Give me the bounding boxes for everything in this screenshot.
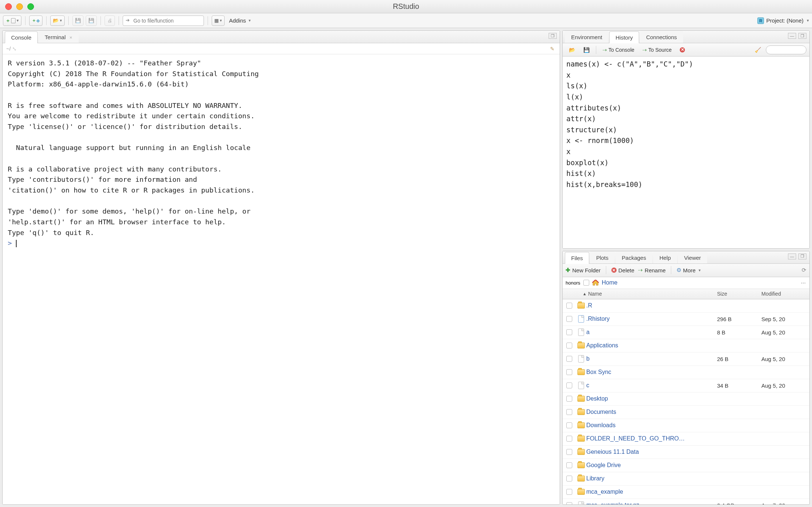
delete-button[interactable]: ✕ Delete bbox=[611, 267, 634, 273]
print-button[interactable]: 🖨 bbox=[105, 16, 115, 26]
file-checkbox[interactable] bbox=[566, 303, 572, 309]
history-search-input[interactable] bbox=[766, 45, 806, 54]
file-name[interactable]: .Rhistory bbox=[586, 316, 717, 322]
remove-entry-button[interactable]: ✕ bbox=[676, 45, 688, 55]
open-file-button[interactable]: 📂 ▾ bbox=[50, 16, 65, 26]
file-name[interactable]: Desktop bbox=[586, 395, 717, 402]
file-checkbox[interactable] bbox=[566, 422, 572, 428]
new-folder-button[interactable]: ✚ New Folder bbox=[566, 267, 601, 273]
header-size[interactable]: Size bbox=[717, 291, 761, 297]
goto-file-input[interactable] bbox=[123, 16, 204, 26]
select-all-checkbox[interactable] bbox=[583, 280, 589, 286]
file-row[interactable]: Downloads bbox=[563, 419, 809, 432]
file-checkbox[interactable] bbox=[566, 476, 572, 482]
file-name[interactable]: mca_example.tar.gz bbox=[586, 502, 717, 504]
history-entry[interactable]: l(x) bbox=[566, 92, 806, 103]
history-entry[interactable]: ls(x) bbox=[566, 81, 806, 92]
file-checkbox[interactable] bbox=[566, 329, 572, 335]
save-history-button[interactable]: 💾 bbox=[580, 45, 593, 55]
tab-environment[interactable]: Environment bbox=[565, 31, 608, 43]
file-checkbox[interactable] bbox=[566, 382, 572, 388]
history-entry[interactable]: attributes(x) bbox=[566, 103, 806, 114]
history-entry[interactable]: x <- rnorm(1000) bbox=[566, 135, 806, 146]
file-name[interactable]: Box Sync bbox=[586, 369, 717, 375]
project-menu[interactable]: R Project: (None) ▾ bbox=[757, 17, 809, 24]
history-entry[interactable]: attr(x) bbox=[566, 113, 806, 125]
minimize-pane-button[interactable]: — bbox=[788, 33, 796, 39]
file-list[interactable]: .R.Rhistory296 BSep 5, 20a8 BAug 5, 20Ap… bbox=[563, 299, 809, 504]
sort-asc-icon[interactable]: ▲ bbox=[583, 292, 587, 296]
file-checkbox[interactable] bbox=[566, 343, 572, 348]
header-modified[interactable]: Modified bbox=[761, 291, 809, 297]
history-entry[interactable]: hist(x) bbox=[566, 168, 806, 179]
minimize-window-button[interactable] bbox=[16, 3, 23, 10]
history-entry[interactable]: structure(x) bbox=[566, 125, 806, 136]
file-row[interactable]: Desktop bbox=[563, 392, 809, 406]
file-name[interactable]: Geneious 11.1 Data bbox=[586, 449, 717, 455]
to-source-button[interactable]: ⇢ To Source bbox=[639, 45, 675, 55]
close-window-button[interactable] bbox=[5, 3, 12, 10]
file-row[interactable]: mca_example.tar.gz2.4 GBAug 7, 20 bbox=[563, 499, 809, 504]
file-row[interactable]: c34 BAug 5, 20 bbox=[563, 379, 809, 392]
grid-button[interactable]: ▦ ▾ bbox=[212, 16, 225, 26]
file-checkbox[interactable] bbox=[566, 409, 572, 415]
expand-icon[interactable]: ⤡ bbox=[12, 46, 17, 52]
header-name[interactable]: Name bbox=[588, 291, 602, 297]
file-name[interactable]: .R bbox=[586, 302, 717, 309]
file-row[interactable]: b26 BAug 5, 20 bbox=[563, 353, 809, 366]
maximize-pane-button[interactable]: ❐ bbox=[549, 33, 557, 39]
breadcrumb-more-button[interactable]: ⋯ bbox=[801, 280, 806, 286]
tab-terminal[interactable]: Terminal × bbox=[38, 31, 78, 43]
file-name[interactable]: a bbox=[586, 329, 717, 336]
file-row[interactable]: Applications bbox=[563, 339, 809, 353]
file-row[interactable]: Library bbox=[563, 472, 809, 486]
file-checkbox[interactable] bbox=[566, 369, 572, 375]
file-name[interactable]: Documents bbox=[586, 409, 717, 415]
breadcrumb-home[interactable]: Home bbox=[602, 279, 618, 286]
tab-packages[interactable]: Packages bbox=[615, 252, 652, 263]
tab-help[interactable]: Help bbox=[653, 252, 677, 263]
new-project-button[interactable]: ＋ ◆ bbox=[29, 16, 42, 26]
file-row[interactable]: Documents bbox=[563, 406, 809, 419]
file-checkbox[interactable] bbox=[566, 316, 572, 322]
file-checkbox[interactable] bbox=[566, 449, 572, 455]
history-entry[interactable]: boxplot(x) bbox=[566, 157, 806, 169]
load-history-button[interactable]: 📂 bbox=[566, 45, 579, 55]
file-row[interactable]: Box Sync bbox=[563, 366, 809, 379]
tab-viewer[interactable]: Viewer bbox=[678, 252, 707, 263]
file-row[interactable]: .R bbox=[563, 299, 809, 313]
history-entry[interactable]: x bbox=[566, 70, 806, 81]
file-name[interactable]: b bbox=[586, 355, 717, 362]
addins-menu[interactable]: Addins ▾ bbox=[229, 17, 251, 24]
minimize-pane-button[interactable]: — bbox=[788, 254, 796, 259]
tab-history[interactable]: History bbox=[609, 31, 639, 43]
maximize-pane-button[interactable]: ❐ bbox=[798, 33, 806, 39]
tab-files[interactable]: Files bbox=[565, 252, 589, 264]
file-name[interactable]: Library bbox=[586, 475, 717, 482]
file-row[interactable]: mca_example bbox=[563, 486, 809, 499]
tab-plots[interactable]: Plots bbox=[590, 252, 615, 263]
zoom-window-button[interactable] bbox=[27, 3, 34, 10]
console-output[interactable]: R version 3.5.1 (2018-07-02) -- "Feather… bbox=[3, 54, 560, 504]
save-button[interactable]: 💾 bbox=[72, 16, 83, 26]
refresh-button[interactable]: ⟳ bbox=[802, 267, 806, 273]
file-checkbox[interactable] bbox=[566, 356, 572, 362]
file-checkbox[interactable] bbox=[566, 396, 572, 402]
tab-console[interactable]: Console bbox=[5, 31, 38, 43]
new-file-button[interactable]: ＋ ▾ bbox=[3, 16, 21, 26]
more-menu[interactable]: ⚙ More ▾ bbox=[676, 267, 701, 273]
file-checkbox[interactable] bbox=[566, 489, 572, 495]
file-name[interactable]: FOLDER_I_NEED_TO_GO_THRO… bbox=[586, 435, 717, 442]
file-row[interactable]: Geneious 11.1 Data bbox=[563, 446, 809, 459]
save-all-button[interactable]: 💾 bbox=[86, 16, 97, 26]
maximize-pane-button[interactable]: ❐ bbox=[798, 254, 806, 259]
file-checkbox[interactable] bbox=[566, 502, 572, 504]
file-name[interactable]: Google Drive bbox=[586, 462, 717, 469]
file-row[interactable]: FOLDER_I_NEED_TO_GO_THRO… bbox=[563, 432, 809, 446]
rename-button[interactable]: ⇢ Rename bbox=[638, 267, 666, 273]
file-checkbox[interactable] bbox=[566, 462, 572, 468]
history-entry[interactable]: x bbox=[566, 146, 806, 157]
file-name[interactable]: Downloads bbox=[586, 422, 717, 429]
file-row[interactable]: .Rhistory296 BSep 5, 20 bbox=[563, 313, 809, 326]
file-name[interactable]: mca_example bbox=[586, 489, 717, 495]
